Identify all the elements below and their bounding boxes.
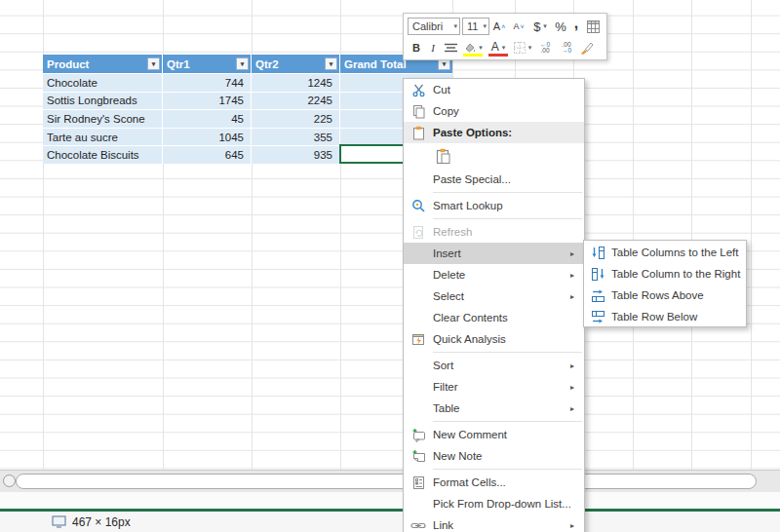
cell-qtr2[interactable]: 2245 <box>252 93 340 110</box>
bold-label: B <box>412 42 420 54</box>
menu-item-refresh: Refresh <box>404 221 584 243</box>
cell-product[interactable]: Tarte au sucre <box>43 129 163 146</box>
format-painter-button[interactable] <box>577 38 597 57</box>
format-as-table-button[interactable] <box>583 17 603 36</box>
capture-dimension-bar: 467 × 16px <box>0 512 780 532</box>
menu-item-select[interactable]: Select ▸ <box>404 285 584 307</box>
cell-qtr1[interactable]: 645 <box>163 146 252 164</box>
menu-item-cut[interactable]: Cut <box>404 79 584 100</box>
paste-keep-formatting-button[interactable] <box>404 143 584 169</box>
decrease-decimal-icon: .00→0 <box>562 42 571 55</box>
center-align-button[interactable] <box>441 38 460 57</box>
header-cell-qtr1[interactable]: Qtr1 ▾ <box>163 55 252 73</box>
table-row: Sottis Longbreads 1745 2245 <box>43 92 452 110</box>
menu-item-filter[interactable]: Filter ▸ <box>404 376 584 398</box>
menu-item-clear-contents[interactable]: Clear Contents <box>404 307 584 328</box>
align-lines-icon <box>445 43 457 54</box>
menu-item-insert[interactable]: Insert ▸ <box>404 243 584 264</box>
comma-style-button[interactable]: , <box>569 17 583 36</box>
gridline <box>633 0 634 470</box>
cell-qtr1[interactable]: 45 <box>163 110 252 128</box>
submenu-arrow-icon: ▸ <box>570 521 584 530</box>
filter-dropdown-icon[interactable]: ▾ <box>325 57 337 70</box>
chevron-down-icon: ▾ <box>479 44 483 52</box>
scrollbar-circle-icon <box>3 475 16 487</box>
menu-item-label: Quick Analysis <box>433 333 570 345</box>
menu-item-format-cells[interactable]: Format Cells... <box>404 472 584 493</box>
header-cell-qtr2[interactable]: Qtr2 ▾ <box>252 55 340 73</box>
font-size-combo[interactable]: 11 ▾ <box>462 18 489 35</box>
cell-product[interactable]: Chocolate <box>43 74 163 92</box>
submenu-item-table-column-right[interactable]: Table Column to the Right <box>584 263 746 285</box>
context-menu: Cut Copy Paste Options: Paste Special...… <box>403 78 585 532</box>
header-label: Qtr2 <box>255 58 279 70</box>
menu-separator <box>433 192 582 193</box>
increase-font-size-button[interactable]: A˄ <box>489 17 509 36</box>
dollar-icon: $ <box>533 19 540 34</box>
menu-item-copy[interactable]: Copy <box>404 100 584 122</box>
menu-item-paste-options: Paste Options: <box>404 122 584 143</box>
cell-qtr2[interactable]: 225 <box>252 110 340 128</box>
italic-button[interactable]: I <box>425 38 441 57</box>
chevron-down-icon: ▾ <box>453 22 457 30</box>
fill-color-bar <box>463 54 483 57</box>
mini-toolbar-row2: B I ▾ A ▾ <box>408 37 603 58</box>
menu-item-link[interactable]: Link ▸ <box>404 514 584 532</box>
decrease-font-size-button[interactable]: A˅ <box>509 17 528 36</box>
font-name-value: Calibri <box>412 20 450 32</box>
bold-button[interactable]: B <box>408 38 425 57</box>
menu-item-pick-from-dropdown-list[interactable]: Pick From Drop-down List... <box>404 493 584 514</box>
mini-toolbar: Calibri ▾ 11 ▾ A˄ A˅ $▾ % , <box>403 13 607 60</box>
chevron-down-icon: ▾ <box>543 22 547 30</box>
cell-product[interactable]: Sottis Longbreads <box>43 93 163 110</box>
menu-item-delete[interactable]: Delete ▸ <box>404 264 584 285</box>
cell-qtr1[interactable]: 744 <box>163 74 252 92</box>
submenu-arrow-icon: ▸ <box>570 383 584 392</box>
table-row: Chocolate 744 1245 <box>43 73 452 92</box>
font-color-button[interactable]: A ▾ <box>486 38 511 57</box>
cell-product[interactable]: Sir Rodney's Scone <box>43 110 163 128</box>
header-cell-product[interactable]: Product ▾ <box>43 55 163 73</box>
cell-qtr1[interactable]: 1745 <box>163 93 252 110</box>
menu-item-smart-lookup[interactable]: Smart Lookup <box>404 195 584 216</box>
submenu-arrow-icon: ▸ <box>570 361 584 370</box>
menu-item-sort[interactable]: Sort ▸ <box>404 355 584 376</box>
menu-item-label: Smart Lookup <box>433 200 570 211</box>
cell-product[interactable]: Chocolate Biscuits <box>43 146 163 164</box>
menu-item-table[interactable]: Table ▸ <box>404 398 584 419</box>
chevron-down-icon: ▾ <box>502 44 506 52</box>
submenu-item-table-columns-left[interactable]: Table Columns to the Left <box>584 242 746 263</box>
cell-qtr2[interactable]: 935 <box>252 146 340 164</box>
submenu-item-table-row-below[interactable]: Table Row Below <box>584 306 746 327</box>
menu-item-quick-analysis[interactable]: Quick Analysis <box>404 328 584 350</box>
caret-down-icon: ˅ <box>520 23 524 30</box>
increase-decimal-button[interactable]: ←0.00 <box>534 38 556 57</box>
font-color-letter: A <box>491 40 499 54</box>
refresh-icon <box>404 225 433 240</box>
clipboard-icon <box>404 126 433 140</box>
borders-button[interactable]: ▾ <box>511 38 534 57</box>
percent-style-button[interactable]: % <box>552 17 569 36</box>
cell-qtr1[interactable]: 1045 <box>163 129 252 146</box>
menu-item-new-comment[interactable]: New Comment <box>404 424 584 445</box>
fill-color-button[interactable]: ▾ <box>460 38 486 57</box>
insert-submenu: Table Columns to the Left Table Column t… <box>583 240 747 327</box>
decrease-decimal-button[interactable]: .00→0 <box>556 38 577 57</box>
horizontal-scrollbar-thumb[interactable] <box>16 474 757 489</box>
increase-decimal-icon: ←0.00 <box>540 42 550 55</box>
menu-item-new-note[interactable]: New Note <box>404 445 584 467</box>
submenu-item-table-rows-above[interactable]: Table Rows Above <box>584 285 746 306</box>
menu-item-label: Pick From Drop-down List... <box>433 498 570 510</box>
grow-font-label: A <box>493 20 500 32</box>
filter-dropdown-icon[interactable]: ▾ <box>147 57 160 70</box>
filter-dropdown-icon[interactable]: ▾ <box>236 57 249 70</box>
cell-qtr2[interactable]: 355 <box>252 129 340 146</box>
cell-qtr2[interactable]: 1245 <box>252 74 340 92</box>
status-strip <box>0 492 780 509</box>
header-label: Qtr1 <box>167 58 190 70</box>
chevron-down-icon: ▾ <box>483 22 487 30</box>
font-name-combo[interactable]: Calibri ▾ <box>408 18 460 35</box>
menu-separator <box>433 421 582 422</box>
menu-item-paste-special[interactable]: Paste Special... <box>404 169 584 190</box>
accounting-format-button[interactable]: $▾ <box>528 17 552 36</box>
